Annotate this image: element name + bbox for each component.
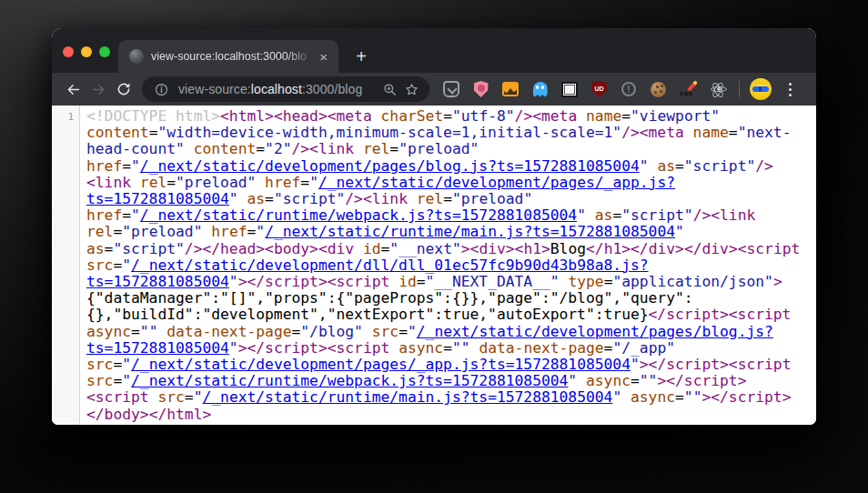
back-button[interactable] bbox=[60, 76, 86, 102]
react-devtools-icon[interactable] bbox=[711, 86, 727, 92]
source-token: = bbox=[612, 206, 621, 224]
source-token: "preload" bbox=[176, 174, 256, 191]
ublock-dev-icon[interactable]: UD bbox=[591, 81, 608, 97]
window-minimize-button[interactable] bbox=[81, 46, 92, 57]
source-token: = bbox=[389, 140, 399, 157]
source-token: id bbox=[363, 240, 381, 257]
tab-favicon-icon bbox=[129, 49, 144, 64]
source-token: " bbox=[631, 356, 640, 373]
reader-icon[interactable] bbox=[561, 81, 578, 97]
source-token: = bbox=[185, 388, 194, 406]
source-token: </script> bbox=[247, 339, 327, 357]
source-token: <link bbox=[711, 206, 764, 224]
source-token bbox=[238, 190, 247, 207]
source-token: src bbox=[86, 356, 113, 373]
chart-orange-icon[interactable] bbox=[502, 82, 519, 96]
disabled-info-label: ! bbox=[627, 85, 630, 95]
css-editor-icon[interactable]: css bbox=[680, 81, 696, 97]
source-token: async bbox=[586, 372, 631, 389]
source-token: type bbox=[568, 273, 603, 290]
extensions-area: UD!css bbox=[443, 81, 728, 97]
toolbar-separator bbox=[739, 81, 740, 97]
tab-close-icon[interactable]: × bbox=[317, 49, 330, 65]
toolbar: view-source:localhost:3000/blog UD!css bbox=[52, 73, 816, 106]
source-link[interactable]: /_next/static/runtime/main.js?ts=1572881… bbox=[265, 223, 675, 240]
site-info-icon[interactable] bbox=[150, 78, 172, 100]
source-token: " bbox=[675, 223, 684, 240]
source-token: <link bbox=[309, 140, 363, 157]
profile-avatar[interactable] bbox=[750, 78, 772, 100]
source-token: <meta bbox=[328, 107, 381, 125]
source-token: = bbox=[675, 157, 684, 175]
source-token: > bbox=[461, 240, 470, 257]
source-token: = bbox=[417, 273, 426, 290]
source-link[interactable]: /_next/static/development/pages/blog.js?… bbox=[140, 157, 640, 175]
tab-title: view-source:localhost:3000/blo bbox=[151, 50, 317, 63]
new-tab-button[interactable]: + bbox=[348, 44, 374, 69]
source-token: " bbox=[229, 273, 238, 290]
zoom-indicator-icon[interactable] bbox=[378, 78, 400, 100]
source-token bbox=[157, 323, 167, 340]
source-token: " bbox=[122, 372, 131, 389]
source-token: = bbox=[604, 339, 613, 357]
source-token: "script" bbox=[684, 157, 755, 175]
source-token: = bbox=[291, 323, 300, 340]
source-link[interactable]: /_next/static/development/pages/_app.js?… bbox=[131, 356, 631, 373]
omnibox[interactable]: view-source:localhost:3000/blog bbox=[142, 76, 429, 102]
source-token: <h1> bbox=[515, 240, 550, 257]
url-scheme: view-source: bbox=[178, 82, 251, 96]
bookmark-star-icon[interactable] bbox=[400, 78, 422, 100]
source-token: <head> bbox=[274, 107, 328, 125]
source-token: rel bbox=[140, 174, 167, 191]
source-token: <div> bbox=[470, 240, 515, 257]
source-token bbox=[675, 339, 684, 357]
disabled-info-icon[interactable]: ! bbox=[621, 81, 637, 97]
css-editor-label: css bbox=[680, 89, 692, 97]
source-token: = bbox=[105, 240, 114, 257]
menu-button[interactable] bbox=[780, 78, 802, 100]
source-token: content bbox=[194, 140, 257, 157]
source-token: data-next-page bbox=[167, 323, 291, 340]
source-link[interactable]: /_next/static/runtime/webpack.js?ts=1572… bbox=[131, 372, 568, 389]
tab-strip: view-source:localhost:3000/blo × + bbox=[52, 28, 816, 73]
source-token bbox=[720, 107, 729, 125]
pocket-icon[interactable] bbox=[443, 81, 459, 97]
source-token: " bbox=[612, 388, 621, 406]
window-fullscreen-button[interactable] bbox=[99, 46, 110, 57]
source-token: = bbox=[399, 323, 408, 340]
source-token: </script> bbox=[649, 306, 729, 323]
window-close-button[interactable] bbox=[63, 46, 74, 57]
source-view: 1 <!DOCTYPE html><html><head><meta charS… bbox=[52, 106, 816, 425]
shield-pink-icon[interactable] bbox=[473, 81, 490, 97]
source-token: as bbox=[595, 206, 613, 224]
source-token: </body> bbox=[86, 406, 149, 423]
source-token bbox=[684, 223, 693, 240]
source-token: </h1> bbox=[586, 240, 631, 257]
source-token: > bbox=[657, 372, 666, 389]
source-token: = bbox=[631, 372, 640, 389]
source-token: {"dataManager":"[]","props":{"pageProps"… bbox=[86, 289, 693, 323]
source-token: "script" bbox=[274, 190, 345, 207]
source-token: async bbox=[86, 323, 131, 340]
source-token: </script> bbox=[247, 273, 327, 290]
source-token: "/_app" bbox=[612, 339, 675, 357]
source-token: "preload" bbox=[399, 140, 479, 157]
source-link[interactable]: /_next/static/runtime/main.js?ts=1572881… bbox=[202, 388, 612, 406]
reload-button[interactable] bbox=[111, 76, 136, 102]
source-token: "" bbox=[140, 323, 158, 340]
browser-window: view-source:localhost:3000/blo × + view-… bbox=[52, 28, 816, 425]
tab-view-source[interactable]: view-source:localhost:3000/blo × bbox=[118, 40, 338, 73]
source-token: = bbox=[113, 223, 122, 240]
cookie-icon[interactable] bbox=[651, 81, 667, 97]
source-token: <link bbox=[363, 190, 417, 207]
source-token: </div> bbox=[631, 240, 684, 257]
source-token bbox=[532, 190, 541, 207]
source-token: = bbox=[300, 174, 309, 191]
source-token: = bbox=[729, 124, 738, 141]
source-link[interactable]: /_next/static/runtime/webpack.js?ts=1572… bbox=[140, 206, 577, 224]
source-token: = bbox=[381, 240, 390, 257]
ghostery-icon[interactable] bbox=[532, 81, 549, 97]
forward-button[interactable] bbox=[86, 76, 111, 102]
source-token: "preload" bbox=[452, 190, 532, 207]
source-token: src bbox=[86, 257, 113, 274]
